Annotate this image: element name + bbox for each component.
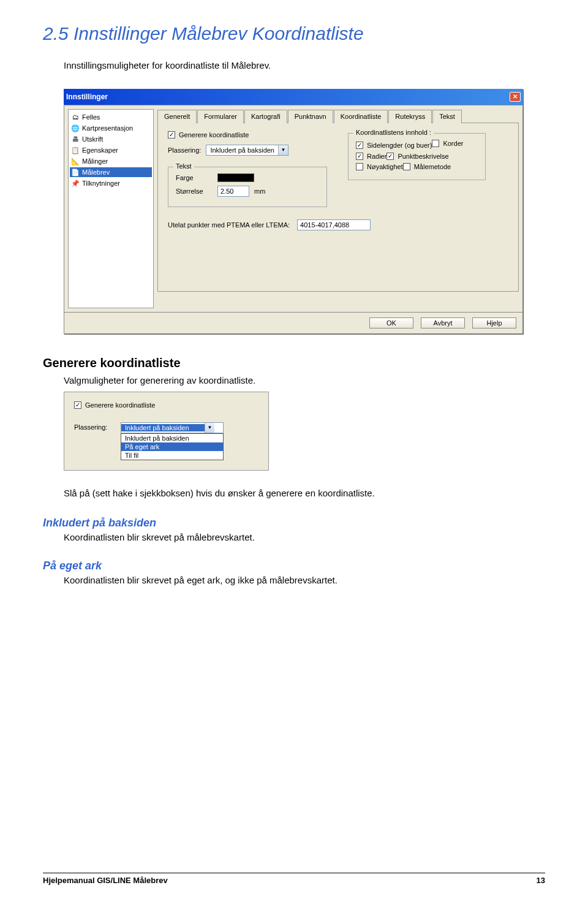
pin-icon: 📌 bbox=[71, 179, 80, 188]
subheading-inkludert: Inkludert på baksiden bbox=[43, 517, 545, 529]
doc-icon: 📄 bbox=[71, 168, 80, 176]
tab-koordinatliste[interactable]: Koordinatliste bbox=[334, 110, 388, 123]
unit-label: mm bbox=[254, 188, 265, 195]
check-icon: ✓ bbox=[168, 131, 175, 139]
intro-text: Innstillingsmuligheter for koordinatlist… bbox=[64, 60, 545, 70]
subsection-generere: Generere koordinatliste bbox=[43, 356, 545, 370]
generate-checkbox-2[interactable]: ✓ Generere koordinatliste bbox=[74, 401, 155, 409]
list-item[interactable]: Til fil bbox=[121, 451, 223, 460]
plassering-combo[interactable]: Inkludert på baksiden ▼ bbox=[206, 145, 288, 156]
content-checkbox[interactable]: Nøyaktighet bbox=[356, 163, 403, 170]
tab-generelt[interactable]: Generelt bbox=[157, 110, 197, 123]
content-checkbox[interactable]: Korder bbox=[432, 140, 463, 147]
tab-kartografi[interactable]: Kartografi bbox=[244, 110, 287, 123]
avbryt-button[interactable]: Avbryt bbox=[421, 317, 465, 328]
content-checkbox[interactable]: ✓Sidelengder (og buer) bbox=[356, 142, 432, 149]
list-item-selected[interactable]: På eget ark bbox=[121, 442, 223, 451]
tab-tekst[interactable]: Tekst bbox=[432, 110, 462, 123]
page-footer: Hjelpemanual GIS/LINE Målebrev 13 bbox=[43, 873, 545, 885]
tree-item[interactable]: 📋Egenskaper bbox=[70, 145, 152, 155]
close-icon[interactable]: ✕ bbox=[510, 92, 521, 102]
check-icon bbox=[356, 163, 363, 170]
utelat-label: Utelat punkter med PTEMA eller LTEMA: bbox=[168, 221, 290, 229]
page-number: 13 bbox=[537, 876, 545, 885]
plassering-label: Plassering: bbox=[168, 146, 201, 154]
chevron-down-icon[interactable]: ▼ bbox=[205, 423, 214, 433]
measure-icon: 📐 bbox=[71, 157, 80, 165]
ok-button[interactable]: OK bbox=[369, 317, 413, 328]
sec3b-text: Koordinatlisten blir skrevet på eget ark… bbox=[64, 575, 545, 585]
tree-item[interactable]: 🗂Felles bbox=[70, 112, 152, 122]
dialog-titlebar: Innstillinger ✕ bbox=[64, 89, 523, 105]
farge-label: Farge bbox=[176, 174, 213, 181]
printer-icon: 🖶 bbox=[71, 135, 80, 143]
properties-icon: 📋 bbox=[71, 146, 80, 154]
plassering-options[interactable]: Inkludert på baksiden På eget ark Til fi… bbox=[121, 433, 224, 460]
tree-item[interactable]: 🖶Utskrift bbox=[70, 134, 152, 144]
globe-icon: 🌐 bbox=[71, 124, 80, 132]
content-checkbox[interactable]: ✓Punktbeskrivelse bbox=[386, 153, 448, 160]
generate-checkbox[interactable]: ✓ Generere koordinatliste bbox=[168, 131, 249, 139]
settings-dialog: Innstillinger ✕ 🗂Felles 🌐Kartpresentasjo… bbox=[64, 89, 523, 334]
storrelse-label: Størrelse bbox=[176, 188, 213, 195]
plassering-label-2: Plassering: bbox=[74, 422, 116, 431]
tab-rutekryss[interactable]: Rutekryss bbox=[388, 110, 432, 123]
subheading-eget-ark: På eget ark bbox=[43, 560, 545, 572]
list-item[interactable]: Inkludert på baksiden bbox=[121, 434, 223, 442]
chevron-down-icon[interactable]: ▼ bbox=[278, 145, 288, 155]
tree-item[interactable]: 📌Tilknytninger bbox=[70, 178, 152, 188]
check-icon: ✓ bbox=[356, 142, 363, 149]
settings-tree[interactable]: 🗂Felles 🌐Kartpresentasjon 🖶Utskrift 📋Ege… bbox=[68, 109, 154, 308]
tekst-group-title: Tekst bbox=[173, 162, 194, 170]
check-icon bbox=[403, 163, 410, 170]
screenshot-plassering: ✓ Generere koordinatliste Plassering: In… bbox=[64, 392, 269, 471]
check-icon: ✓ bbox=[74, 401, 81, 409]
utelat-input[interactable]: 4015-4017,4088 bbox=[297, 219, 371, 230]
content-checkbox[interactable]: ✓Radier bbox=[356, 153, 386, 160]
tree-item-selected[interactable]: 📄Målebrev bbox=[70, 167, 152, 177]
tab-row: Generelt Formularer Kartografi Punktnavn… bbox=[157, 109, 519, 123]
tree-item[interactable]: 📐Målinger bbox=[70, 156, 152, 166]
folder-icon: 🗂 bbox=[71, 113, 80, 121]
content-group-title: Koordinatlistens innhold : bbox=[353, 129, 434, 136]
check-icon: ✓ bbox=[386, 153, 394, 160]
tree-item[interactable]: 🌐Kartpresentasjon bbox=[70, 123, 152, 133]
dialog-title: Innstillinger bbox=[66, 93, 108, 101]
tab-punktnavn[interactable]: Punktnavn bbox=[288, 110, 333, 123]
storrelse-input[interactable]: 2.50 bbox=[217, 186, 249, 197]
plassering-combo-2[interactable]: Inkludert på baksiden ▼ bbox=[121, 422, 224, 433]
tab-formularer[interactable]: Formularer bbox=[197, 110, 244, 123]
content-checkbox[interactable]: Målemetode bbox=[403, 163, 451, 170]
footer-title: Hjelpemanual GIS/LINE Målebrev bbox=[43, 876, 168, 885]
check-icon bbox=[432, 140, 439, 147]
hjelp-button[interactable]: Hjelp bbox=[472, 317, 516, 328]
sec2-text: Valgmuligheter for generering av koordin… bbox=[64, 375, 545, 385]
farge-swatch[interactable] bbox=[217, 173, 254, 182]
check-icon: ✓ bbox=[356, 153, 363, 160]
sec2-desc: Slå på (sett hake i sjekkboksen) hvis du… bbox=[64, 488, 545, 498]
section-heading: 2.5 Innstillinger Målebrev Koordinatlist… bbox=[43, 23, 545, 44]
sec3a-text: Koordinatlisten blir skrevet på målebrev… bbox=[64, 532, 545, 542]
